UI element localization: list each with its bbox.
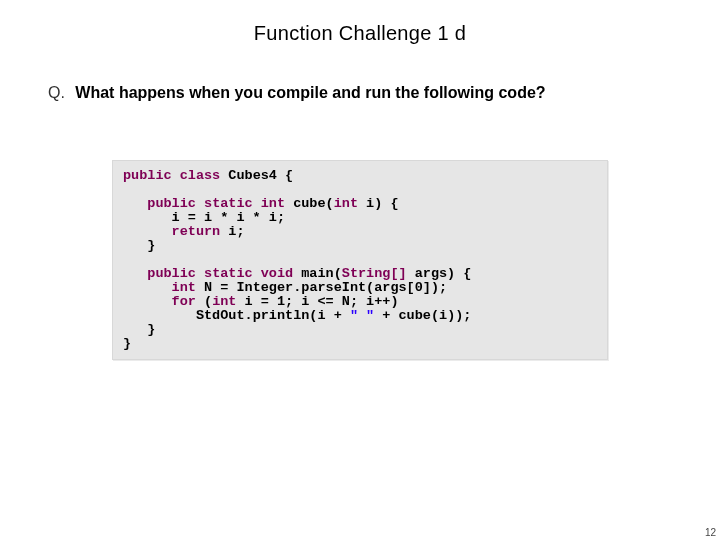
- kw-void: void: [261, 266, 293, 281]
- kw-class: class: [180, 168, 221, 183]
- loop-i: i: [301, 294, 309, 309]
- kw-int: int: [212, 294, 236, 309]
- method-main: main: [301, 266, 333, 281]
- question-line: Q. What happens when you compile and run…: [48, 84, 672, 102]
- page-number: 12: [705, 527, 716, 538]
- call-cube: cube: [399, 308, 431, 323]
- loop-i: i: [366, 294, 374, 309]
- class-name: Cubes4: [228, 168, 277, 183]
- loop-i: i: [245, 294, 253, 309]
- kw-return: return: [172, 224, 221, 239]
- one: 1: [277, 294, 285, 309]
- slide: Function Challenge 1 d Q. What happens w…: [0, 0, 720, 540]
- zero: 0: [415, 280, 423, 295]
- integer-class: Integer: [236, 280, 293, 295]
- stdout: StdOut: [196, 308, 245, 323]
- code-block: public class Cubes4 { public static int …: [112, 160, 608, 360]
- question-label: Q.: [48, 84, 65, 101]
- parseint: parseInt: [301, 280, 366, 295]
- arg-i: i: [317, 308, 325, 323]
- cube-body: i = i * i * i;: [172, 210, 285, 225]
- kw-public: public: [123, 168, 172, 183]
- slide-title: Function Challenge 1 d: [0, 0, 720, 45]
- kw-static: static: [204, 196, 253, 211]
- type-string-arr: String[]: [342, 266, 407, 281]
- kw-static: static: [204, 266, 253, 281]
- param-args: args: [415, 266, 447, 281]
- var-n: N: [342, 294, 350, 309]
- str-space: " ": [350, 308, 374, 323]
- kw-int: int: [334, 196, 358, 211]
- return-i: i: [228, 224, 236, 239]
- println: println: [253, 308, 310, 323]
- arg-i: i: [439, 308, 447, 323]
- question-text: What happens when you compile and run th…: [75, 84, 545, 101]
- args-ref: args: [374, 280, 406, 295]
- kw-public: public: [147, 266, 196, 281]
- kw-public: public: [147, 196, 196, 211]
- kw-for: for: [172, 294, 196, 309]
- var-n: N: [204, 280, 212, 295]
- kw-int: int: [172, 280, 196, 295]
- kw-int: int: [261, 196, 285, 211]
- method-cube: cube: [293, 196, 325, 211]
- param-i: i: [366, 196, 374, 211]
